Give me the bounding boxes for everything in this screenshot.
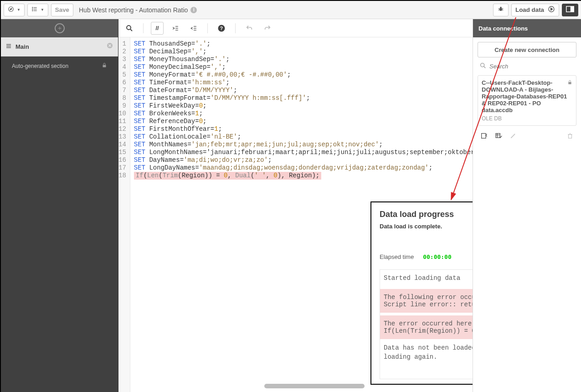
close-section-button[interactable] [106, 42, 113, 52]
top-toolbar: ▼ ▼ Save Hub West reporting - Automation… [1, 1, 581, 19]
svg-line-13 [502, 10, 503, 10]
dialog-status: Data load is complete. [380, 223, 473, 230]
load-data-label: Load data [515, 6, 544, 13]
sections-panel: ＋ Main Auto-generated section [1, 19, 118, 392]
log-final-message: Data has not been loaded. Please correct… [380, 339, 473, 366]
horizontal-scrollbar[interactable] [264, 384, 365, 388]
comment-button[interactable]: // [151, 22, 164, 35]
svg-marker-15 [551, 8, 553, 10]
log-error-location-block: The error occurred here: If(Len(Trim(Reg… [380, 315, 473, 339]
editor-panel: // ? 1 2 3 4 5 6 7 8 9 10 11 12 13 14 15… [118, 19, 473, 392]
indent-button[interactable] [169, 22, 182, 35]
info-icon[interactable]: i [190, 7, 197, 13]
panel-icon [566, 6, 574, 14]
section-auto-generated[interactable]: Auto-generated section [1, 57, 118, 75]
svg-point-25 [127, 26, 131, 30]
title-text: Hub West reporting - Automation Ratio [79, 6, 188, 14]
section-auto-label: Auto-generated section [12, 63, 68, 69]
connection-search[interactable] [478, 62, 576, 71]
sections-header: ＋ [1, 19, 118, 37]
section-main-label: Main [15, 43, 29, 50]
select-data-button[interactable] [493, 130, 504, 141]
elapsed-time-label: Elapsed time [380, 253, 414, 260]
lock-icon [102, 62, 107, 70]
outdent-button[interactable] [187, 22, 200, 35]
data-connections-header: Data connections [473, 19, 581, 37]
svg-rect-38 [482, 134, 486, 139]
nav-dropdown-button[interactable]: ▼ [4, 4, 25, 16]
delete-connection-button[interactable] [565, 130, 576, 141]
editor-toolbar: // ? [118, 19, 473, 37]
search-script-button[interactable] [123, 22, 136, 35]
lock-icon [567, 79, 572, 87]
svg-point-5 [32, 7, 33, 8]
insert-connection-button[interactable] [478, 130, 489, 141]
svg-marker-1 [10, 8, 12, 10]
edit-connection-button[interactable] [508, 130, 519, 141]
log-error-loc-detail: If(Len(Trim(Region)) = 0, Dual(' ', 0), … [384, 327, 473, 335]
connection-name: C--Users-FackT-Desktop-DOWNLOAD-A - Bijl… [482, 79, 567, 113]
chevron-down-icon: ▼ [17, 8, 21, 12]
svg-point-7 [32, 10, 33, 11]
data-load-progress-dialog: Data load progress Data load is complete… [370, 201, 473, 385]
svg-rect-17 [571, 6, 574, 12]
svg-line-11 [502, 9, 503, 9]
load-log: Started loading data The following error… [380, 269, 473, 379]
bug-icon [497, 6, 504, 14]
line-gutter: 1 2 3 4 5 6 7 8 9 10 11 12 13 14 15 16 1… [118, 37, 130, 392]
create-connection-button[interactable]: Create new connection [478, 42, 576, 57]
svg-line-36 [484, 67, 486, 68]
add-section-button[interactable]: ＋ [55, 23, 65, 33]
log-error-detail: Script line error:: return [384, 301, 473, 308]
log-started: Started loading data [380, 270, 473, 286]
redo-button[interactable] [261, 22, 274, 35]
data-connections-panel: Data connections Create new connection C… [473, 19, 581, 392]
svg-line-10 [499, 9, 499, 9]
elapsed-time-value: 00:00:00 [423, 253, 452, 260]
connection-type: OLE DB [482, 115, 572, 122]
svg-text:?: ? [220, 25, 223, 31]
help-button[interactable]: ? [215, 22, 228, 35]
section-main[interactable]: Main [1, 37, 118, 57]
svg-point-9 [500, 7, 502, 9]
connection-search-input[interactable] [489, 63, 575, 70]
list-icon [31, 6, 38, 14]
svg-point-35 [481, 63, 484, 67]
svg-rect-37 [568, 82, 571, 84]
compass-icon [8, 6, 14, 14]
play-circle-icon [548, 5, 555, 14]
debug-button[interactable] [493, 4, 509, 16]
connection-actions [478, 130, 576, 141]
log-error-header: The following error occurred: [384, 294, 473, 301]
menu-icon [5, 43, 12, 50]
load-data-button[interactable]: Load data [511, 4, 559, 16]
log-error-block: The following error occurred: Script lin… [380, 289, 473, 313]
log-error-loc-header: The error occurred here: [384, 320, 473, 327]
svg-line-12 [499, 10, 499, 10]
dialog-title: Data load progress [380, 210, 473, 219]
svg-line-26 [130, 29, 132, 31]
app-title: Hub West reporting - Automation Ratio i [79, 6, 197, 14]
panel-toggle-button[interactable] [562, 4, 578, 16]
connection-card[interactable]: C--Users-FackT-Desktop-DOWNLOAD-A - Bijl… [478, 75, 576, 126]
search-icon [479, 62, 487, 71]
save-button[interactable]: Save [51, 4, 73, 16]
svg-point-6 [32, 9, 33, 9]
list-dropdown-button[interactable]: ▼ [27, 4, 48, 16]
svg-rect-24 [103, 65, 106, 67]
undo-button[interactable] [243, 22, 256, 35]
svg-rect-42 [569, 134, 572, 138]
chevron-down-icon: ▼ [41, 8, 44, 12]
